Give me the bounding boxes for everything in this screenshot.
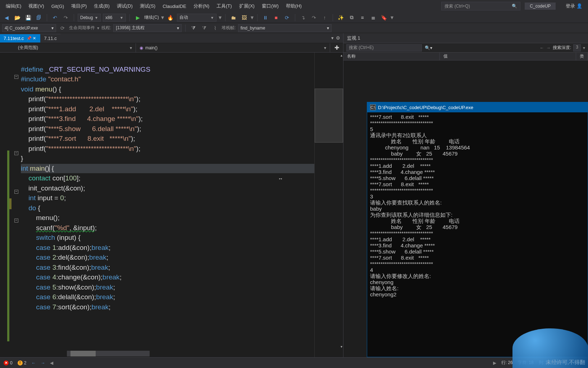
warnings-indicator[interactable]: !2 bbox=[18, 360, 27, 365]
bookmark-icon[interactable]: 🔖 bbox=[380, 13, 388, 22]
nav-back-icon[interactable]: ◀ bbox=[2, 13, 11, 22]
saveall-icon[interactable]: 🗐 bbox=[35, 13, 43, 22]
fold-icon[interactable]: − bbox=[14, 75, 18, 79]
fold-icon[interactable]: − bbox=[14, 190, 18, 194]
menu-build[interactable]: 生成(B) bbox=[90, 1, 113, 11]
console-title: D:\Project\c\C_codeUP\Debug\C_codeUP.exe bbox=[378, 105, 473, 110]
lifecycle-icon[interactable]: ⟳ bbox=[58, 24, 67, 32]
nav-fwd-icon[interactable]: → bbox=[41, 360, 45, 365]
project-selector[interactable]: C_codeUP bbox=[525, 3, 556, 10]
console-titlebar[interactable]: C:\ D:\Project\c\C_codeUP\Debug\C_codeUP… bbox=[367, 102, 588, 112]
standard-toolbar: ◀ 📂 💾 🗐 ↶ ↷ Debug▾ x86▾ ▶ 继续(C) ▾ 🔥 自动▾ … bbox=[0, 12, 588, 23]
col-name[interactable]: 名称 bbox=[343, 53, 440, 60]
stepover-icon[interactable]: ↷ bbox=[310, 13, 318, 22]
nav-right-icon[interactable]: → bbox=[546, 45, 551, 50]
editor-pane: 7.11test.c📌 ✕ 7.11.c ▾⚙ (全局范围)▾ ◉main()▾… bbox=[0, 33, 343, 357]
editor-tabs: 7.11test.c📌 ✕ 7.11.c ▾⚙ bbox=[0, 33, 343, 43]
thread-prefix-label: 线程: bbox=[101, 25, 111, 31]
menu-project[interactable]: 项目(P) bbox=[68, 1, 90, 11]
filter2-icon[interactable]: ⧩ bbox=[200, 24, 209, 32]
fold-icon[interactable]: − bbox=[14, 219, 18, 223]
menu-git[interactable]: Git(G) bbox=[48, 2, 68, 10]
indent-icon[interactable]: ≣ bbox=[369, 13, 378, 22]
menu-help[interactable]: 帮助(H) bbox=[282, 1, 305, 11]
tabs-gear-icon[interactable]: ⚙ bbox=[336, 35, 340, 41]
watch-header[interactable]: 监视 1 bbox=[343, 33, 588, 43]
scope-selector[interactable]: (全局范围)▾ bbox=[0, 43, 136, 52]
continue-icon[interactable]: ▶ bbox=[133, 13, 142, 22]
continue-label[interactable]: 继续(C) bbox=[144, 14, 159, 21]
resize-cursor-icon: ↔ bbox=[278, 176, 283, 181]
close-icon[interactable]: 📌 ✕ bbox=[26, 36, 37, 41]
watch-body[interactable]: C:\ D:\Project\c\C_codeUP\Debug\C_codeUP… bbox=[343, 60, 588, 357]
process-selector[interactable]: 4] C_codeUP.exe▾ bbox=[2, 24, 56, 32]
console-icon: C:\ bbox=[370, 104, 376, 110]
search-icon[interactable]: 🔍▾ bbox=[425, 45, 432, 50]
open-icon[interactable]: 📂 bbox=[13, 13, 22, 22]
pause-icon[interactable]: ⏸ bbox=[261, 13, 270, 22]
lifecycle-label: 生命周期事件 bbox=[69, 25, 95, 31]
depth-label: 搜索深度: bbox=[553, 45, 571, 51]
editor-gutter[interactable]: − − − − bbox=[0, 53, 20, 357]
watermark: 未经许可,不得翻 bbox=[546, 359, 585, 366]
platform-selector[interactable]: x86▾ bbox=[103, 14, 126, 22]
col-type[interactable]: 类 bbox=[576, 53, 588, 60]
image-icon[interactable]: 🖼 bbox=[240, 13, 249, 22]
stackframe-selector[interactable]: find_byname▾ bbox=[238, 24, 332, 32]
filter-icon[interactable]: ⧩ bbox=[189, 24, 198, 32]
col-value[interactable]: 值 bbox=[440, 53, 576, 60]
stop-icon[interactable]: ■ bbox=[272, 13, 281, 22]
status-bar: ✕0 !2 ← → ◀ ▶ 行: 26 字符: 18 列: 24 制表符 CRL… bbox=[0, 357, 588, 368]
console-body[interactable]: ****7.sort 8.exit ***** ****************… bbox=[367, 112, 588, 357]
status-line[interactable]: 行: 26 bbox=[501, 360, 513, 366]
menu-analyze[interactable]: 分析(N) bbox=[190, 1, 213, 11]
split-icon[interactable]: ✚ bbox=[330, 43, 343, 52]
watch-search-input[interactable]: 搜索 (Ctrl+E) bbox=[346, 44, 422, 51]
restart-icon[interactable]: ⟳ bbox=[283, 13, 291, 22]
watch-columns: 名称 值 类 bbox=[343, 53, 588, 60]
auto-selector[interactable]: 自动▾ bbox=[177, 14, 216, 22]
menu-edit[interactable]: 编辑(E) bbox=[2, 1, 25, 11]
tabs-dropdown-icon[interactable]: ▾ bbox=[331, 35, 334, 41]
editor-hscroll[interactable] bbox=[67, 351, 150, 356]
global-search-input[interactable]: 搜索 (Ctrl+Q)🔍 bbox=[441, 2, 520, 10]
window-icon[interactable]: ⧉ bbox=[347, 13, 356, 22]
redo-icon[interactable]: ↷ bbox=[61, 13, 70, 22]
menu-tools[interactable]: 工具(T) bbox=[213, 1, 236, 11]
nav-back-icon[interactable]: ← bbox=[31, 360, 36, 365]
menu-bar: 编辑(E) 视图(V) Git(G) 项目(P) 生成(B) 调试(D) 测试(… bbox=[0, 0, 588, 12]
spark-icon[interactable]: ✨ bbox=[337, 13, 345, 22]
depth-input[interactable]: 3 bbox=[573, 44, 581, 51]
menu-extensions[interactable]: 扩展(X) bbox=[236, 1, 258, 11]
tab-711[interactable]: 7.11.c bbox=[40, 34, 60, 42]
save-icon[interactable]: 💾 bbox=[24, 13, 32, 22]
undo-icon[interactable]: ↶ bbox=[51, 13, 59, 22]
scroll-down-icon[interactable]: ▾ bbox=[341, 345, 342, 349]
watch-panel: 监视 1 搜索 (Ctrl+E) 🔍▾ ← → 搜索深度: 3 ▾ 名称 值 类… bbox=[343, 33, 588, 357]
console-window[interactable]: C:\ D:\Project\c\C_codeUP\Debug\C_codeUP… bbox=[367, 102, 588, 357]
config-selector[interactable]: Debug▾ bbox=[78, 14, 101, 22]
errors-indicator[interactable]: ✕0 bbox=[4, 360, 13, 365]
minimap[interactable]: ▴ ▾ bbox=[314, 53, 343, 357]
stepout-icon[interactable]: ↑ bbox=[320, 13, 329, 22]
stepinto-icon[interactable]: ↴ bbox=[299, 13, 307, 22]
menu-window[interactable]: 窗口(W) bbox=[258, 1, 282, 11]
hotreload-icon[interactable]: 🔥 bbox=[166, 13, 175, 22]
thread-selector[interactable]: [13956] 主线程▾ bbox=[113, 24, 182, 32]
code-editor[interactable]: #define _CRT_SECURE_NO_WARNINGS #include… bbox=[20, 53, 314, 357]
function-selector[interactable]: ◉main()▾ bbox=[136, 43, 330, 52]
code-line: #define bbox=[21, 66, 45, 73]
menu-debug[interactable]: 调试(D) bbox=[113, 1, 136, 11]
menu-test[interactable]: 测试(S) bbox=[136, 1, 159, 11]
layout-icon[interactable]: ≡ bbox=[358, 13, 367, 22]
menu-view[interactable]: 视图(V) bbox=[25, 1, 47, 11]
fold-icon[interactable]: − bbox=[14, 151, 18, 155]
nav-left-icon[interactable]: ← bbox=[540, 45, 544, 50]
dna-icon[interactable]: ⌇ bbox=[211, 24, 219, 32]
menu-claudiaide[interactable]: ClaudiaIDE bbox=[159, 2, 190, 10]
scroll-up-icon[interactable]: ▴ bbox=[341, 53, 342, 57]
tab-711test[interactable]: 7.11test.c📌 ✕ bbox=[0, 34, 40, 42]
debug-toolbar: 4] C_codeUP.exe▾ ⟳ 生命周期事件▾ 线程: [13956] 主… bbox=[0, 23, 588, 33]
folder-icon[interactable]: 🖿 bbox=[229, 13, 238, 22]
login-button[interactable]: 登录 👤 bbox=[562, 3, 586, 9]
